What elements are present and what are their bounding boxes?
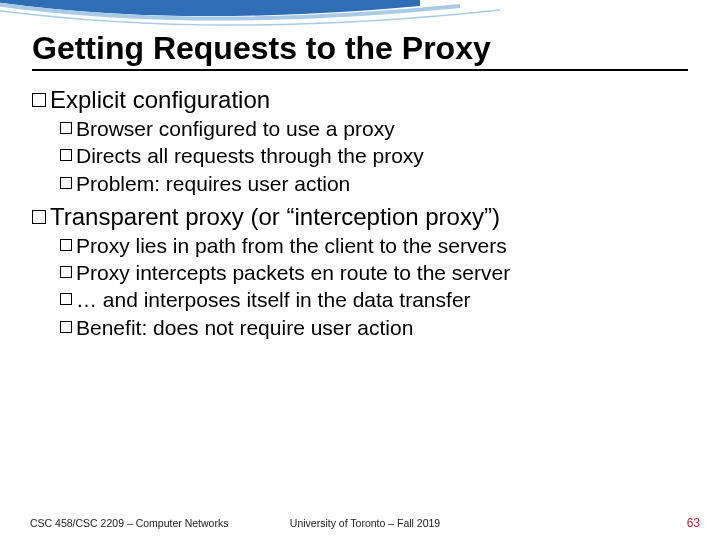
bullet-text: Explicit configuration [50, 86, 270, 114]
slide-title: Getting Requests to the Proxy [32, 30, 688, 71]
bullet-level2: Benefit: does not require user action [60, 315, 688, 341]
footer-center: University of Toronto – Fall 2019 [290, 517, 440, 529]
slide-footer: CSC 458/CSC 2209 – Computer Networks Uni… [30, 516, 700, 530]
bullet-level2: Directs all requests through the proxy [60, 143, 688, 169]
square-bullet-icon [60, 266, 72, 278]
square-bullet-icon [32, 93, 46, 107]
bullet-text: … and interposes itself in the data tran… [76, 287, 471, 313]
square-bullet-icon [32, 210, 46, 224]
bullet-level1: Transparent proxy (or “interception prox… [32, 203, 688, 231]
square-bullet-icon [60, 177, 72, 189]
bullet-text: Problem: requires user action [76, 171, 350, 197]
bullet-text: Proxy intercepts packets en route to the… [76, 260, 510, 286]
slide-body: Explicit configuration Browser configure… [32, 84, 688, 341]
bullet-text: Benefit: does not require user action [76, 315, 413, 341]
square-bullet-icon [60, 239, 72, 251]
bullet-level2: Problem: requires user action [60, 171, 688, 197]
square-bullet-icon [60, 321, 72, 333]
footer-left: CSC 458/CSC 2209 – Computer Networks [30, 517, 228, 529]
bullet-level2: Browser configured to use a proxy [60, 116, 688, 142]
bullet-text: Directs all requests through the proxy [76, 143, 424, 169]
bullet-level2: … and interposes itself in the data tran… [60, 287, 688, 313]
page-number: 63 [687, 516, 700, 530]
bullet-level2: Proxy lies in path from the client to th… [60, 233, 688, 259]
bullet-level2: Proxy intercepts packets en route to the… [60, 260, 688, 286]
square-bullet-icon [60, 149, 72, 161]
bullet-text: Browser configured to use a proxy [76, 116, 395, 142]
bullet-text: Proxy lies in path from the client to th… [76, 233, 507, 259]
bullet-level1: Explicit configuration [32, 86, 688, 114]
square-bullet-icon [60, 293, 72, 305]
square-bullet-icon [60, 122, 72, 134]
bullet-text: Transparent proxy (or “interception prox… [50, 203, 500, 231]
